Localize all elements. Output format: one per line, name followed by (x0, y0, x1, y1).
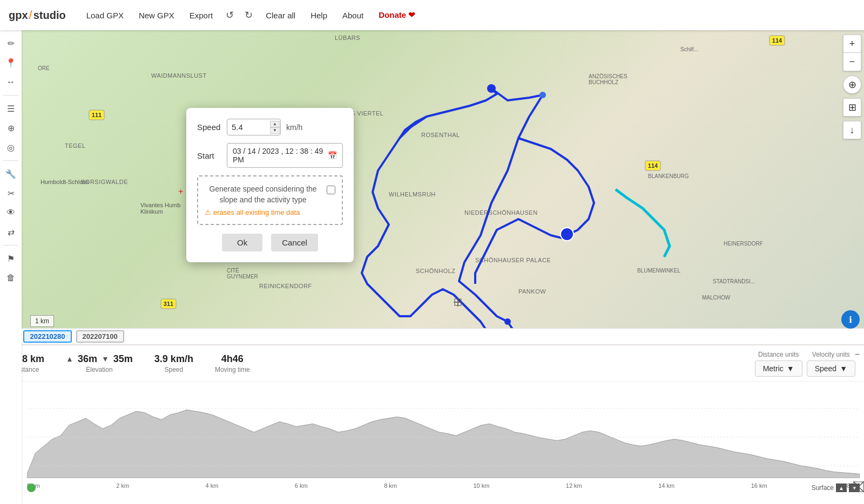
map-label-heinersdorf: HEINERSDORF (724, 241, 763, 247)
playback-position-dot[interactable] (27, 483, 36, 492)
x-label-10: 10 km (473, 482, 489, 489)
speed-dialog-label: Speed (197, 122, 221, 132)
stat-elevation: ▲ 36m ▼ 35m Elevation (66, 353, 133, 373)
minimize-panel-button[interactable]: − (855, 350, 860, 359)
crosshatch-marker (853, 481, 864, 492)
surface-up-button[interactable]: ▲ (836, 483, 847, 492)
app-logo: gpx / studio (9, 8, 66, 22)
new-gpx-button[interactable]: New GPX (131, 6, 182, 24)
help-button[interactable]: Help (303, 6, 335, 24)
logo-gpx: gpx (9, 9, 28, 22)
x-label-16: 16 km (751, 482, 767, 489)
chevron-down-icon-2: ▼ (840, 364, 847, 373)
bottom-panel: − 18.8 km Distance ▲ 36m ▼ 35m Elevation… (0, 345, 864, 504)
donate-button[interactable]: Donate ❤ (371, 6, 423, 24)
map-scale: 1 km (30, 315, 54, 327)
elevation-label: Elevation (86, 366, 112, 373)
eye-tool[interactable]: 👁 (2, 204, 19, 221)
svg-text:111: 111 (92, 112, 102, 118)
map-label-ore: ORE (38, 65, 50, 71)
speed-spin-up[interactable]: ▲ (270, 121, 280, 127)
start-dialog-label: Start (197, 151, 221, 160)
left-toolbar: ✏ 📍 ↔ ☰ ⊕ ◎ 🔧 ✂ 👁 ⇄ ⚑ 🗑 (0, 30, 22, 504)
info-button[interactable]: ℹ (841, 310, 860, 329)
circle-plus-tool[interactable]: ⊕ (2, 119, 19, 137)
cancel-button[interactable]: Cancel (271, 234, 318, 251)
moving-time-label: Moving time (215, 366, 250, 373)
map-label-malchow: MALCHOW (702, 295, 730, 301)
load-gpx-button[interactable]: Load GPX (79, 6, 131, 24)
wrench-tool[interactable]: 🔧 (2, 165, 19, 182)
map-background: LÜBARS WAIDMANNSLUST MARKISCHES VIERTEL … (22, 30, 864, 334)
logo-studio: studio (33, 9, 66, 22)
x-label-4: 4 km (206, 482, 219, 489)
svg-text:311: 311 (164, 301, 173, 307)
elev-up-icon: ▲ (66, 355, 73, 363)
x-label-14: 14 km (658, 482, 674, 489)
datetime-display[interactable]: 03 / 14 / 2023 , 12 : 38 : 49 PM 📅 (227, 143, 343, 168)
edit-pen-tool[interactable]: ✏ (2, 35, 19, 52)
speed-unit-label: km/h (286, 123, 302, 132)
map-area[interactable]: LÜBARS WAIDMANNSLUST MARKISCHES VIERTEL … (22, 30, 864, 334)
map-label-blankenburg: BLANKENBURG (648, 173, 689, 179)
calendar-icon: 📅 (328, 151, 337, 160)
plus-icon: + (178, 187, 183, 196)
undo-button[interactable]: ↺ (221, 5, 238, 25)
arrows-tool[interactable]: ↔ (2, 73, 19, 91)
speed-input-wrap: ▲ ▼ (227, 119, 281, 135)
download-map-button[interactable]: ↓ (843, 121, 861, 139)
speed-spin-down[interactable]: ▼ (270, 127, 280, 134)
speed-dialog: Speed ▲ ▼ km/h Start 03 / 14 / 2023 , 12… (186, 108, 354, 262)
location-pin-tool[interactable]: 📍 (2, 54, 19, 71)
distance-units-select[interactable]: Metric ▼ (755, 360, 802, 377)
track-badge-2[interactable]: 202207100 (76, 330, 124, 343)
layers-button[interactable]: ⊞ (843, 98, 861, 117)
toolbar-divider-3 (3, 245, 18, 246)
chart-x-labels: 0 km 2 km 4 km 6 km 8 km 10 km 12 km 14 … (27, 480, 860, 491)
units-row: Distance units Metric ▼ Velocity units S… (755, 350, 855, 377)
svg-point-4 (561, 228, 573, 241)
x-label-12: 12 km (566, 482, 582, 489)
clear-all-button[interactable]: Clear all (258, 6, 303, 24)
about-button[interactable]: About (335, 6, 371, 24)
map-label-buchholz: ANZÖSISCHESBUCHHOLZ (589, 73, 627, 85)
slope-option-box: Generate speed considering the slope and… (197, 175, 343, 225)
track-badge-1[interactable]: 202210280 (23, 330, 71, 343)
checkbox-row: Generate speed considering the slope and… (205, 184, 335, 216)
elevation-up-value: 36m (78, 353, 97, 365)
zoom-out-button[interactable]: − (843, 53, 861, 71)
scissors-tool[interactable]: ✂ (2, 185, 19, 202)
svg-point-0 (487, 84, 496, 93)
surface-label: Surface (812, 484, 834, 492)
layers-tool[interactable]: ☰ (2, 100, 19, 117)
toolbar-divider-2 (3, 160, 18, 161)
waypoint-tool[interactable]: ◎ (2, 139, 19, 156)
svg-point-2 (504, 318, 511, 325)
elev-down-icon: ▼ (102, 355, 109, 363)
redo-button[interactable]: ↻ (240, 5, 257, 25)
speed-spinners: ▲ ▼ (270, 121, 280, 134)
svg-point-1 (539, 92, 546, 98)
merge-tool[interactable]: ⇄ (2, 223, 19, 241)
warning-message: ⚠ erases all existing time data (205, 208, 321, 216)
right-toolbar: + − ⊕ ⊞ ↓ (840, 30, 864, 144)
export-button[interactable]: Export (182, 6, 220, 24)
stats-row: 18.8 km Distance ▲ 36m ▼ 35m Elevation 3… (0, 345, 864, 382)
velocity-units-select[interactable]: Speed ▼ (807, 360, 855, 377)
track-total-bar: Total 202210280 202207100 (0, 328, 864, 344)
flag-tool[interactable]: ⚑ (2, 250, 19, 267)
elevation-chart-area: 50 m 45 m 40 m 0 km 2 km 4 km 6 km 8 km … (0, 396, 864, 504)
locate-button[interactable]: ⊕ (843, 76, 861, 94)
stat-moving-time: 4h46 Moving time (215, 353, 250, 373)
svg-text:114: 114 (648, 162, 658, 169)
ok-button[interactable]: Ok (222, 234, 262, 251)
elevation-canvas[interactable] (27, 396, 860, 478)
svg-text:114: 114 (772, 37, 782, 44)
chart-container: 50 m 45 m 40 m 0 km 2 km 4 km 6 km 8 km … (27, 396, 860, 491)
elevation-down-value: 35m (113, 353, 133, 365)
map-label-schilf: Schilf... (680, 46, 698, 52)
x-label-2: 2 km (116, 482, 129, 489)
slope-checkbox[interactable] (327, 186, 335, 194)
zoom-in-button[interactable]: + (843, 35, 861, 53)
trash-tool[interactable]: 🗑 (2, 269, 19, 287)
